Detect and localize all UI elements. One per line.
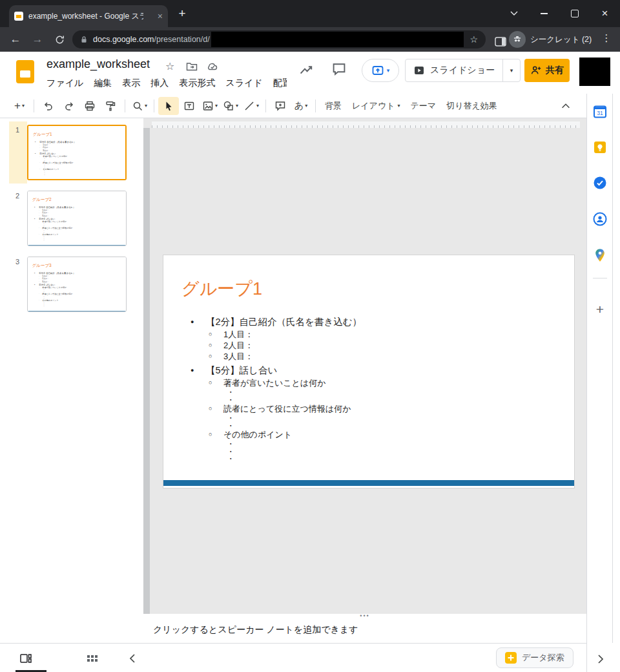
bullet-level-3: ▪ [163,448,569,456]
thumbnail-preview[interactable]: グループ1●【2分】自己紹介（氏名を書き込む）○1人目：○2人目：○3人目：●【… [27,125,127,180]
grid-view-button[interactable] [83,651,101,666]
browser-tab[interactable]: example_worksheet - Google スラ × [9,5,168,27]
bookmark-star-icon[interactable]: ☆ [470,34,478,45]
menu-item-0[interactable]: ファイル [41,76,88,92]
bullet-marker-icon: ▪ [230,455,239,463]
tab-close-icon[interactable]: × [158,12,163,21]
filmstrip-view-button[interactable] [17,651,35,666]
slide-accent-bar [28,180,127,180]
insert-comment-button[interactable] [270,97,291,115]
contacts-icon[interactable] [592,211,608,227]
print-button[interactable] [79,97,100,115]
slide-title[interactable]: グループ2 [32,196,52,202]
thumbnail-preview[interactable]: グループ2●【2分】自己紹介（氏名を書き込む）○1人目：○2人目：○3人目：●【… [27,191,127,246]
bullet-level-1: ●【5分】話し合い [163,364,569,377]
keep-icon[interactable] [592,140,608,155]
background-button[interactable]: 背景 [320,97,347,115]
bullet-level-2: ○3人目： [163,351,569,362]
transition-button[interactable]: 切り替え効果 [441,97,502,115]
slideshow-button[interactable]: スライドショー ▾ [405,59,521,82]
address-bar[interactable]: docs.google.com/presentation/d/ ☆ [72,30,486,48]
theme-button[interactable]: テーマ [406,97,442,115]
add-addon-button[interactable]: + [592,302,608,317]
comment-icon[interactable] [331,61,347,77]
layout-button[interactable]: レイアウト▾ [347,97,406,115]
menu-item-1[interactable]: 編集 [88,76,117,92]
new-slide-button[interactable]: +▾ [9,97,30,115]
thumbnail-preview[interactable]: グループ3●【2分】自己紹介（氏名を書き込む）○1人目：○2人目：○3人目：●【… [27,257,127,312]
share-button[interactable]: 共有 [524,59,570,82]
toolbar-collapse-icon[interactable] [555,97,576,115]
cloud-saved-icon[interactable] [206,60,219,73]
slide-body-text[interactable]: ●【2分】自己紹介（氏名を書き込む）○1人目：○2人目：○3人目：●【5分】話し… [28,205,125,241]
open-side-panel-icon[interactable] [594,653,606,666]
insert-shape-button[interactable]: ▾ [220,97,241,115]
slide-thumbnail-1[interactable]: 1グループ1●【2分】自己紹介（氏名を書き込む）○1人目：○2人目：○3人目：●… [0,125,143,180]
bullet-marker-icon: ▪ [230,388,239,396]
move-folder-icon[interactable] [185,60,198,73]
main-slide[interactable]: グループ1●【2分】自己紹介（氏名を書き込む）○1人目：○2人目：○3人目：●【… [163,255,575,488]
bullet-level-3: ▪ [163,455,569,463]
document-title[interactable]: example_worksheet [46,58,150,71]
insert-line-button[interactable]: ▾ [241,97,262,115]
account-avatar[interactable] [579,58,610,86]
slides-app-icon[interactable] [16,59,35,84]
image-caret-icon: ▾ [215,103,218,109]
zoom-button[interactable]: ▾ [129,97,150,115]
collapse-filmstrip-icon[interactable] [124,651,142,666]
slide-accent-bar [28,245,126,246]
calendar-icon[interactable]: 31 [592,104,608,120]
reload-button[interactable] [52,32,67,47]
slide-thumbnail-2[interactable]: 2グループ2●【2分】自己紹介（氏名を書き込む）○1人目：○2人目：○3人目：●… [0,191,143,246]
bullet-marker-icon: ● [191,315,206,329]
redo-button[interactable] [59,97,79,115]
notes-drag-handle-icon[interactable]: ••• [143,613,586,619]
slide-body-text[interactable]: ●【2分】自己紹介（氏名を書き込む）○1人目：○2人目：○3人目：●【5分】話し… [163,313,569,463]
activity-icon[interactable] [298,61,314,77]
insert-image-button[interactable]: ▾ [200,97,220,115]
menu-item-2[interactable]: 表示 [117,76,145,92]
menu-item-4[interactable]: 表示形式 [174,76,220,92]
slide-number: 3 [16,258,19,266]
text-style-button[interactable]: あ▾ [291,97,311,115]
menu-item-5[interactable]: スライド [220,76,267,92]
paint-format-button[interactable] [100,97,121,115]
zoom-caret-icon: ▾ [145,103,147,109]
speaker-notes[interactable]: ••• クリックするとスピーカー ノートを追加できます [143,614,586,643]
slide-thumbnail-3[interactable]: 3グループ3●【2分】自己紹介（氏名を書き込む）○1人目：○2人目：○3人目：●… [0,257,143,312]
undo-button[interactable] [38,97,59,115]
slide-body-text[interactable]: ●【2分】自己紹介（氏名を書き込む）○1人目：○2人目：○3人目：●【5分】話し… [28,140,125,176]
slide-body-text[interactable]: ●【2分】自己紹介（氏名を書き込む）○1人目：○2人目：○3人目：●【5分】話し… [28,271,125,307]
select-tool-button[interactable] [158,97,179,115]
present-button[interactable]: ▾ [362,59,399,82]
maps-icon[interactable] [592,247,608,263]
text-box-button[interactable] [179,97,200,115]
bullet-marker-icon: ▪ [45,174,46,176]
menu-item-6[interactable]: 配置 [268,76,287,92]
minimize-button[interactable] [529,0,559,27]
bullet-level-3: ▪ [28,239,125,241]
side-panel-icon[interactable] [493,34,508,49]
explore-button[interactable]: データ探索 [496,647,574,668]
present-icon [371,64,384,77]
bullet-marker-icon: ○ [209,340,223,351]
window-chevron-icon[interactable] [499,0,529,27]
browser-navbar: ← → docs.google.com/presentation/d/ ☆ シー… [0,27,620,52]
new-tab-button[interactable]: + [174,6,190,21]
back-button[interactable]: ← [8,32,23,47]
tasks-icon[interactable] [592,175,608,191]
slide-title[interactable]: グループ1 [33,131,52,137]
forward-button[interactable]: → [30,32,45,47]
slide-title[interactable]: グループ3 [32,262,52,268]
slideshow-icon [413,65,425,76]
incognito-badge[interactable]: シークレット (2) [509,30,592,48]
notes-placeholder[interactable]: クリックするとスピーカー ノートを追加できます [153,624,358,636]
browser-menu-icon[interactable]: ⋮ [599,32,614,44]
text-style-caret-icon: ▾ [305,103,307,109]
maximize-button[interactable] [559,0,590,27]
slide-title[interactable]: グループ1 [181,277,262,300]
close-button[interactable]: × [590,0,620,27]
menu-item-3[interactable]: 挿入 [145,76,174,92]
slideshow-caret-icon[interactable]: ▾ [502,59,520,81]
star-document-icon[interactable]: ☆ [165,60,174,72]
